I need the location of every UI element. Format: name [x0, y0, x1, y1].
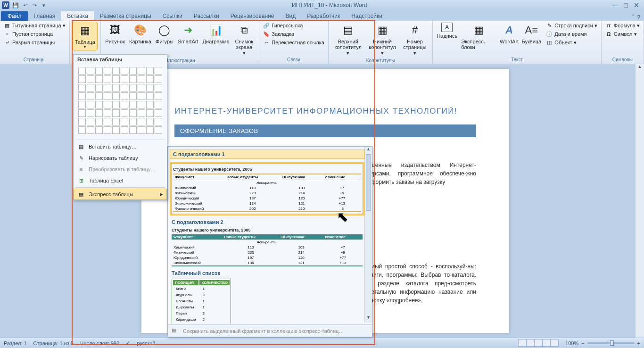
window-title: ИНТУИТ_10 - Microsoft Word — [47, 2, 612, 8]
footer-button[interactable]: ▦Нижний колонтитул ▾ — [366, 22, 399, 57]
tab-view[interactable]: Вид — [280, 11, 301, 21]
tab-home[interactable]: Главная — [28, 11, 61, 21]
smartart-icon: ➜ — [181, 23, 196, 38]
bookmark-button[interactable]: 🔖Закладка — [262, 30, 325, 38]
gallery-scrollbar[interactable]: ▲▼ — [364, 147, 372, 323]
table-icon: ▦ — [77, 23, 92, 38]
gallery-item-1[interactable]: Студенты нашего университета, 2005 Факул… — [170, 162, 364, 215]
table-size-grid[interactable] — [74, 64, 167, 139]
view-buttons[interactable] — [519, 339, 559, 348]
shapes-icon: ◯ — [157, 23, 172, 38]
clipart-button[interactable]: 🎨Картинка — [127, 22, 153, 45]
screenshot-button[interactable]: ⧉Снимок экрана ▾ — [232, 22, 256, 57]
shapes-button[interactable]: ◯Фигуры — [154, 22, 175, 45]
insert-table-item[interactable]: ▦Вставить таблицу… — [74, 141, 167, 152]
excel-table-item[interactable]: ⊞Таблица Excel — [74, 175, 167, 186]
save-icon[interactable]: 💾 — [12, 2, 19, 8]
pagenum-icon: # — [407, 23, 422, 38]
status-bar: Раздел: 1 Страница: 1 из 5 Число слов: 9… — [0, 338, 644, 348]
group-symbols: πФормула ▾ ΩСимвол ▾ Символы — [602, 21, 644, 64]
status-page[interactable]: Страница: 1 из 5 — [33, 340, 74, 346]
wordart-button[interactable]: AWordArt — [499, 22, 520, 45]
wordart-icon: A — [502, 23, 517, 38]
word-icon: W — [2, 1, 9, 9]
draw-table-item[interactable]: ✎Нарисовать таблицу — [74, 152, 167, 164]
proofing-icon[interactable]: ✓ — [126, 340, 130, 346]
gallery-footer[interactable]: ▦ Сохранить выделенный фрагмент в коллек… — [168, 324, 372, 337]
group-links: 🔗Гиперссылка 🔖Закладка ↔Перекрестная ссы… — [259, 21, 329, 64]
title-bar: W 💾 ↶ ↷ ▾ ИНТУИТ_10 - Microsoft Word — □… — [0, 0, 644, 10]
tab-mailings[interactable]: Рассылки — [188, 11, 225, 21]
undo-icon[interactable]: ↶ — [22, 2, 28, 8]
smartart-button[interactable]: ➜SmartArt — [176, 22, 200, 45]
cover-page-button[interactable]: ▦Титульная страница ▾ — [3, 22, 66, 29]
gallery-heading-3: Табличный список — [172, 270, 363, 276]
minimize-ribbon-icon[interactable]: ˆ — [632, 14, 634, 21]
gallery-item-3[interactable]: ПОЗИЦИЯКОЛИЧЕСТВОКниги1Журналы3Блокноты1… — [172, 279, 363, 323]
zoom-control[interactable]: 100% −+ — [565, 340, 640, 346]
help-icon[interactable]: ? — [637, 14, 640, 21]
window-controls: — □ ✕ — [612, 1, 642, 9]
clipart-icon: 🎨 — [132, 23, 148, 38]
chart-button[interactable]: 📊Диаграмма — [201, 22, 231, 45]
picture-button[interactable]: 🖼Рисунок — [104, 22, 127, 45]
quick-tables-item[interactable]: ▦Экспресс-таблицы▶ — [74, 189, 167, 200]
signature-button[interactable]: ✎Строка подписи ▾ — [545, 22, 598, 29]
quickparts-button[interactable]: ▦Экспресс-блоки — [459, 22, 497, 51]
tab-file[interactable]: Файл — [1, 11, 28, 21]
convert-table-item: ≡Преобразовать в таблицу… — [74, 164, 167, 175]
redo-icon[interactable]: ↷ — [31, 2, 38, 8]
datetime-button[interactable]: 🕔Дата и время — [545, 30, 598, 38]
page-break-button[interactable]: ⤶Разрыв страницы — [3, 39, 66, 46]
doc-bar: ОФОРМЛЕНИЕ ЗАКАЗОВ — [174, 124, 476, 137]
dropcap-button[interactable]: A≡Буквица — [520, 22, 542, 45]
group-pages: ▦Титульная страница ▾ ▫Пустая страница ⤶… — [0, 21, 70, 64]
table-menu-title: Вставка таблицы — [74, 55, 167, 64]
doc-paragraph-1: ущенные издательством Интернет-курсами, … — [368, 161, 476, 186]
picture-icon: 🖼 — [107, 23, 123, 38]
header-button[interactable]: ▤Верхний колонтитул ▾ — [331, 22, 365, 57]
qat-dropdown-icon[interactable]: ▾ — [41, 2, 47, 8]
chart-icon: 📊 — [208, 23, 223, 38]
textbox-button[interactable]: AНадпись — [436, 22, 458, 40]
status-lang[interactable]: русский — [137, 340, 155, 346]
symbol-button[interactable]: ΩСимвол ▾ — [604, 30, 641, 38]
gallery-heading-2: С подзаголовками 2 — [172, 219, 363, 225]
save-selection-icon: ▦ — [172, 327, 179, 335]
textbox-icon: A — [441, 23, 453, 32]
tab-addins[interactable]: Надстройки — [346, 11, 388, 21]
quickparts-icon: ▦ — [471, 23, 486, 38]
header-icon: ▤ — [340, 23, 355, 38]
status-section[interactable]: Раздел: 1 — [4, 340, 27, 346]
tab-layout[interactable]: Разметка страницы — [94, 11, 157, 21]
minimize-icon[interactable]: — — [612, 1, 619, 9]
quick-access-toolbar: 💾 ↶ ↷ ▾ — [12, 2, 47, 8]
doc-heading: ИНТЕРНЕТ-УНИВЕРСИТЕТ ИНФОРМАЦИОННЫХ ТЕХН… — [174, 107, 476, 116]
tab-review[interactable]: Рецензирование — [225, 11, 280, 21]
vertical-scrollbar[interactable]: ▲ — [636, 64, 644, 338]
doc-paragraph-2: амый простой способ - воспользуй-ны: кни… — [368, 262, 476, 305]
gallery-item-2[interactable]: Студенты нашего университета, 2005 Факул… — [172, 228, 363, 266]
group-text: AНадпись ▦Экспресс-блоки AWordArt A≡Букв… — [433, 21, 602, 64]
tab-developer[interactable]: Разработчик — [301, 11, 346, 21]
equation-button[interactable]: πФормула ▾ — [604, 22, 641, 29]
blank-page-button[interactable]: ▫Пустая страница — [3, 30, 66, 38]
ribbon-tabs: Файл Главная Вставка Разметка страницы С… — [0, 10, 644, 21]
pagenumber-button[interactable]: #Номер страницы ▾ — [400, 22, 429, 57]
dropcap-icon: A≡ — [524, 23, 539, 38]
maximize-icon[interactable]: □ — [624, 1, 628, 9]
gallery-heading-1: С подзаголовками 1 — [170, 149, 364, 159]
table-dropdown: Вставка таблицы ▦Вставить таблицу… ✎Нари… — [73, 54, 167, 200]
screenshot-icon: ⧉ — [237, 23, 252, 38]
object-button[interactable]: ◫Объект ▾ — [545, 39, 598, 46]
hyperlink-button[interactable]: 🔗Гиперссылка — [262, 22, 325, 29]
footer-icon: ▦ — [375, 23, 390, 38]
crossref-button[interactable]: ↔Перекрестная ссылка — [262, 39, 325, 46]
tab-references[interactable]: Ссылки — [157, 11, 188, 21]
close-icon[interactable]: ✕ — [634, 1, 639, 9]
tab-insert[interactable]: Вставка — [61, 11, 94, 21]
quick-tables-gallery: С подзаголовками 1 Студенты нашего униве… — [167, 146, 372, 337]
table-button[interactable]: ▦ Таблица▾ — [73, 22, 98, 50]
group-headers: ▤Верхний колонтитул ▾ ▦Нижний колонтитул… — [329, 21, 433, 64]
status-words[interactable]: Число слов: 992 — [80, 340, 119, 346]
